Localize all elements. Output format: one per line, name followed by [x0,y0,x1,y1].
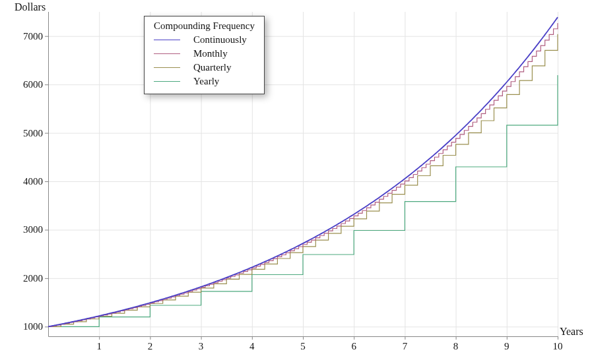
x-tick-label: 9 [504,341,510,352]
y-tick-label: 5000 [3,127,43,138]
x-tick-label: 8 [453,341,459,352]
y-tick-label: 4000 [3,176,43,187]
y-tick-label: 6000 [3,79,43,90]
legend-title: Compounding Frequency [154,20,255,33]
y-tick-label: 7000 [3,30,43,42]
legend-label: Continuously [193,33,255,47]
x-tick-label: 7 [403,341,408,352]
legend-item: Monthly [154,47,255,61]
legend-label: Quarterly [193,61,255,75]
legend-swatch [154,81,180,82]
y-tick-label: 3000 [3,224,43,235]
legend-label: Monthly [193,47,255,61]
legend-item: Continuously [154,33,255,47]
x-tick-label: 5 [300,341,306,352]
y-tick-label: 1000 [3,321,43,332]
legend-swatch [154,40,180,40]
x-tick-label: 6 [351,341,356,352]
x-tick-label: 4 [249,341,255,352]
legend-swatch [154,67,180,68]
compound-interest-chart [0,0,592,364]
x-tick-label: 3 [199,341,204,352]
legend-box: Compounding Frequency ContinuouslyMonthl… [144,16,265,94]
y-axis-label: Dollars [15,1,46,13]
x-tick-label: 10 [553,341,563,352]
legend-label: Yearly [193,75,255,88]
legend-item: Yearly [154,75,255,88]
legend-item: Quarterly [154,61,255,75]
legend-items: ContinuouslyMonthlyQuarterlyYearly [154,33,255,88]
y-tick-label: 2000 [3,272,43,284]
x-tick-label: 1 [96,341,102,352]
chart-container: Dollars Years 12345678910 10002000300040… [0,0,592,364]
x-tick-label: 2 [148,341,153,352]
legend-swatch [154,53,180,54]
x-axis-label: Years [560,326,583,338]
